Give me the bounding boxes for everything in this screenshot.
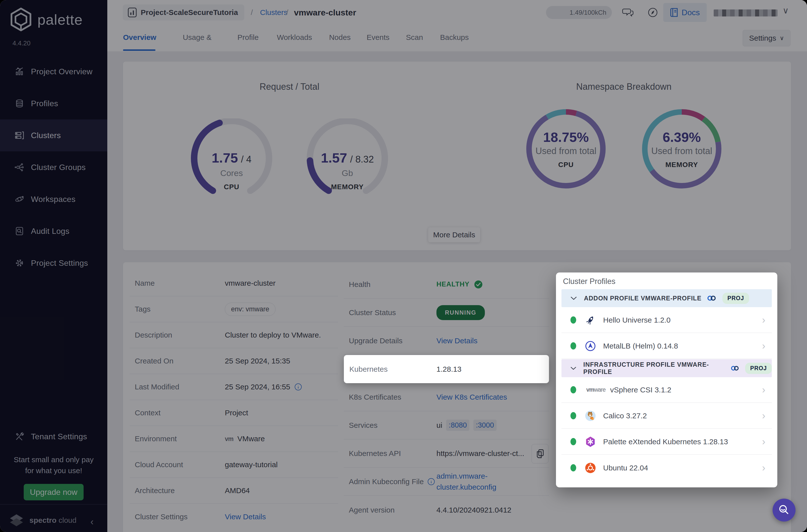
profile-layer-name: MetalLB (Helm) 0.14.8	[603, 342, 678, 350]
infrastructure-profile-section-header[interactable]: INFRASTRUCTURE PROFILE VMWARE-PROFILE PR…	[562, 359, 772, 377]
link-icon[interactable]	[730, 364, 740, 372]
proj-scope-badge: PROJ	[722, 293, 749, 304]
kubernetes-version-spotlight-row[interactable]: Kubernetes 1.28.13	[344, 355, 549, 383]
profile-layer-name: Calico 3.27.2	[603, 412, 647, 420]
proj-scope-badge: PROJ	[745, 363, 772, 374]
status-dot-icon	[570, 316, 576, 324]
status-dot-icon	[570, 464, 576, 471]
chevron-right-icon: ›	[762, 410, 765, 421]
status-dot-icon	[570, 438, 576, 445]
profile-layer-metallb[interactable]: MetalLB (Helm) 0.14.8 ›	[562, 333, 772, 359]
profile-layer-palette-kubernetes[interactable]: Palette eXtended Kubernetes 1.28.13 ›	[562, 429, 772, 455]
hello-universe-icon	[585, 315, 596, 326]
cluster-profiles-title: Cluster Profiles	[563, 277, 616, 286]
chevron-right-icon: ›	[762, 462, 765, 473]
metallb-icon	[585, 340, 596, 352]
status-dot-icon	[570, 342, 576, 349]
palette-kubernetes-icon	[585, 436, 596, 448]
profile-layer-calico[interactable]: Calico 3.27.2 ›	[562, 403, 772, 429]
status-dot-icon	[570, 386, 576, 393]
chevron-right-icon: ›	[762, 315, 765, 326]
profile-layer-hello-universe[interactable]: Hello Universe 1.2.0 ›	[562, 307, 772, 333]
cluster-profiles-panel: Cluster Profiles ADDON PROFILE VMWARE-PR…	[556, 272, 777, 487]
vmware-logo-icon: vmware	[585, 384, 607, 396]
addon-profile-section-header[interactable]: ADDON PROFILE VMWARE-PROFILE PROJ	[562, 289, 772, 307]
profile-layer-name: Ubuntu 22.04	[603, 464, 648, 472]
chevron-down-icon	[570, 296, 577, 300]
profile-layer-name: vSphere CSI 3.1.2	[610, 386, 671, 394]
search-feedback-fab[interactable]	[773, 499, 795, 521]
chevron-right-icon: ›	[762, 384, 765, 395]
profile-layer-name: Palette eXtended Kubernetes 1.28.13	[603, 438, 728, 446]
status-dot-icon	[570, 412, 576, 419]
addon-profile-name: ADDON PROFILE VMWARE-PROFILE	[584, 294, 701, 302]
kubernetes-value: 1.28.13	[437, 365, 461, 374]
profile-layer-ubuntu[interactable]: Ubuntu 22.04 ›	[562, 455, 772, 481]
link-icon[interactable]	[707, 294, 717, 302]
infrastructure-profile-name: INFRASTRUCTURE PROFILE VMWARE-PROFILE	[583, 361, 725, 376]
ubuntu-icon	[585, 462, 596, 474]
chevron-down-icon	[570, 366, 577, 370]
chevron-right-icon: ›	[762, 340, 765, 352]
kubernetes-label: Kubernetes	[349, 365, 387, 374]
profile-layer-vsphere-csi[interactable]: vmware vSphere CSI 3.1.2 ›	[562, 377, 772, 403]
calico-icon	[585, 410, 596, 421]
chevron-right-icon: ›	[762, 436, 765, 447]
app-window: palette 4.4.20 Project Overview Profiles…	[0, 0, 807, 532]
profile-layer-name: Hello Universe 1.2.0	[603, 316, 671, 324]
search-icon	[777, 504, 790, 516]
